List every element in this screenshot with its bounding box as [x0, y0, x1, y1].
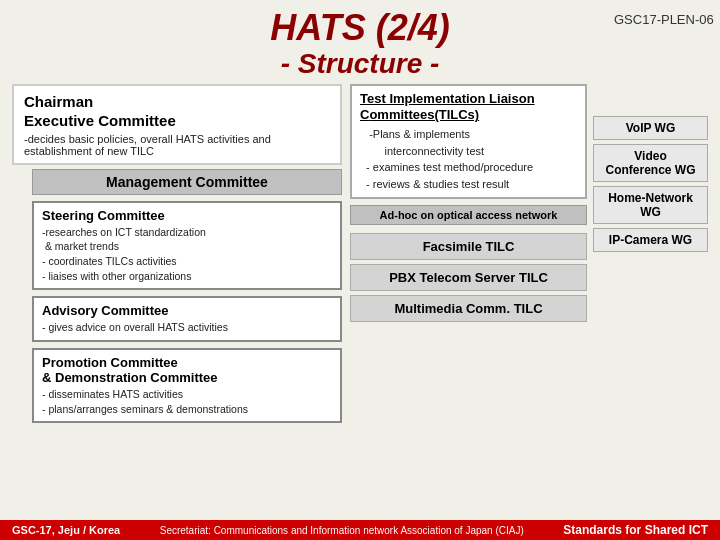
title-block: HATS (2/4) - Structure - [106, 8, 614, 80]
voip-wg: VoIP WG [593, 116, 708, 140]
tilc-desc: -Plans & implements interconnectivity te… [360, 126, 577, 192]
multimedia-tilc: Multimedia Comm. TILC [350, 295, 587, 322]
facsimile-tilc: Facsimile TILC [350, 233, 587, 260]
page: HATS (2/4) - Structure - GSC17-PLEN-06 C… [0, 0, 720, 540]
right-panel: Test Implementation Liaison Committees(T… [350, 84, 708, 514]
advisory-committee-title: Advisory Committee [42, 303, 332, 318]
chairman-desc: -decides basic policies, overall HATS ac… [24, 133, 330, 157]
right-wg: VoIP WG Video Conference WG Home-Network… [593, 84, 708, 514]
adhoc-label: Ad-hoc on optical access network [350, 205, 587, 225]
pbx-tilc: PBX Telecom Server TILC [350, 264, 587, 291]
main-title: HATS (2/4) [106, 8, 614, 48]
chairman-title: Chairman Executive Committee [24, 92, 330, 131]
steering-committee-title: Steering Committee [42, 208, 332, 223]
footer: GSC-17, Jeju / Korea Secretariat: Commun… [0, 520, 720, 540]
header: HATS (2/4) - Structure - GSC17-PLEN-06 [0, 0, 720, 84]
home-network-wg: Home-Network WG [593, 186, 708, 224]
inner-committees: Steering Committee -researches on ICT st… [32, 201, 342, 424]
footer-right: Standards for Shared ICT [563, 523, 708, 537]
tilc-header-box: Test Implementation Liaison Committees(T… [350, 84, 587, 200]
advisory-committee-desc: - gives advice on overall HATS activitie… [42, 320, 332, 335]
promotion-committee-title: Promotion Committee & Demonstration Comm… [42, 355, 332, 385]
promotion-committee-box: Promotion Committee & Demonstration Comm… [32, 348, 342, 423]
sub-title: - Structure - [106, 48, 614, 80]
gsc-label: GSC17-PLEN-06 [614, 8, 704, 27]
management-committee: Management Committee [32, 169, 342, 195]
tilc-items: Facsimile TILC PBX Telecom Server TILC M… [350, 233, 587, 322]
chairman-box: Chairman Executive Committee -decides ba… [12, 84, 342, 165]
promotion-committee-desc: - disseminates HATS activities - plans/a… [42, 387, 332, 416]
left-panel: Chairman Executive Committee -decides ba… [12, 84, 342, 514]
advisory-committee-box: Advisory Committee - gives advice on ove… [32, 296, 342, 342]
footer-center: Secretariat: Communications and Informat… [160, 525, 524, 536]
footer-left: GSC-17, Jeju / Korea [12, 524, 120, 536]
video-wg: Video Conference WG [593, 144, 708, 182]
ip-camera-wg: IP-Camera WG [593, 228, 708, 252]
tilc-title: Test Implementation Liaison Committees(T… [360, 91, 577, 125]
main-content: Chairman Executive Committee -decides ba… [0, 84, 720, 514]
right-tilc: Test Implementation Liaison Committees(T… [350, 84, 587, 514]
steering-committee-box: Steering Committee -researches on ICT st… [32, 201, 342, 291]
steering-committee-desc: -researches on ICT standardization & mar… [42, 225, 332, 284]
